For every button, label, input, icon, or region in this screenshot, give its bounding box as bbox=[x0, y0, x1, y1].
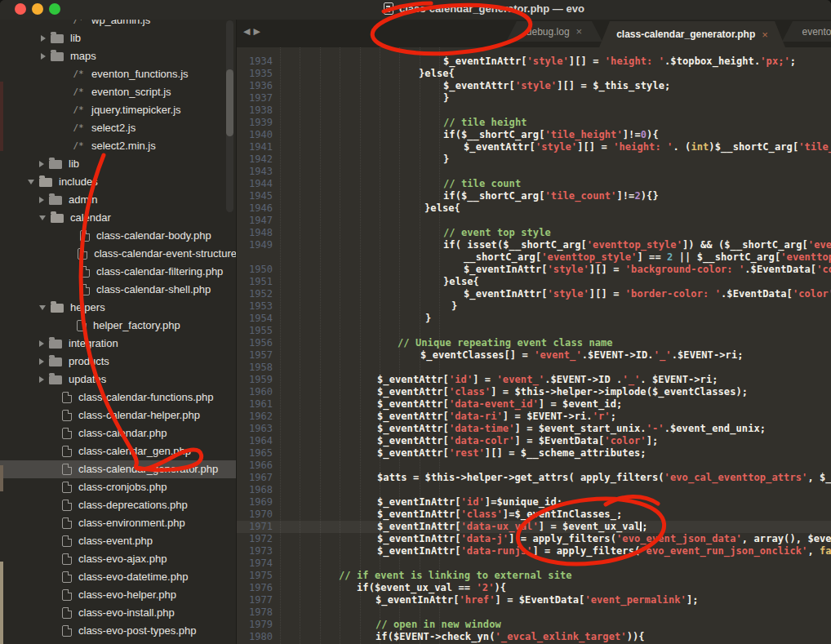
file-tree-item-class-calendar-body-php[interactable]: class-calendar-body.php bbox=[0, 227, 237, 245]
file-tree-item-helpers[interactable]: helpers bbox=[0, 299, 237, 317]
tab-nav-back-icon[interactable]: ◀ bbox=[243, 26, 250, 37]
file-tree-item-class-calendar-filtering-php[interactable]: class-calendar-filtering.php bbox=[0, 263, 237, 281]
code-token: '_' bbox=[654, 349, 672, 361]
file-tree-item-lib[interactable]: lib bbox=[0, 155, 237, 173]
code-line: 1949if( isset($__shortC_arg['eventtop_st… bbox=[237, 239, 831, 251]
file-tree-item-class-calendar-functions-php[interactable]: class-calendar-functions.php bbox=[0, 389, 237, 406]
code-line-text: }else{ bbox=[419, 68, 455, 80]
code-line: 1977$_eventInAttr['href'] = $EventData['… bbox=[237, 594, 831, 606]
maximize-button[interactable] bbox=[49, 3, 60, 15]
file-tree-item-eventon-script-js[interactable]: /*eventon_script.js bbox=[0, 83, 237, 101]
file-tree-item-select2-js[interactable]: /*select2.js bbox=[0, 119, 237, 137]
code-line: 1954} bbox=[237, 313, 831, 325]
file-tree-item-calendar[interactable]: calendar bbox=[0, 209, 237, 227]
code-token: 'colo bbox=[816, 264, 831, 275]
editor-pane[interactable]: 1934$_eventInAttr['style'][] = 'height: … bbox=[237, 47, 831, 644]
folder-open-icon bbox=[51, 304, 64, 313]
code-token: ]; bbox=[687, 594, 699, 606]
file-tree-item-updates[interactable]: updates bbox=[0, 371, 237, 389]
tab-close-icon[interactable]: × bbox=[576, 26, 583, 37]
chevron-down-icon[interactable] bbox=[28, 180, 34, 184]
code-token: 'tile_count' bbox=[545, 190, 617, 202]
file-tree-item-class-cronjobs-php[interactable]: class-cronjobs.php bbox=[0, 478, 237, 496]
minimize-button[interactable] bbox=[32, 3, 43, 15]
code-token: 'id' bbox=[449, 374, 473, 385]
chevron-right-icon[interactable] bbox=[39, 197, 44, 203]
tab-eventon-yearly-view-php[interactable]: eventon-yearly-view.php× bbox=[782, 21, 831, 42]
file-tree-item-class-calendar-shell-php[interactable]: class-calendar-shell.php bbox=[0, 281, 237, 299]
tab-nav-forward-icon[interactable]: ▶ bbox=[253, 26, 260, 37]
line-number: 1979 bbox=[237, 619, 273, 631]
file-tree-item-class-deprecations-php[interactable]: class-deprecations.php bbox=[0, 496, 237, 514]
file-tree-item-eventon-functions-js[interactable]: /*eventon_functions.js bbox=[0, 65, 237, 83]
file-tree-item-class-evo-install-php[interactable]: class-evo-install.php bbox=[0, 604, 237, 622]
code-token: ] = bbox=[473, 374, 496, 385]
file-tree-item-admin[interactable]: admin bbox=[0, 191, 237, 209]
chevron-right-icon[interactable] bbox=[39, 376, 44, 383]
document-icon bbox=[384, 2, 393, 15]
window-title-group: class-calendar_generator.php — evo bbox=[384, 2, 584, 15]
chevron-down-icon[interactable] bbox=[39, 215, 46, 220]
file-tree-item-class-event-php[interactable]: class-event.php bbox=[0, 532, 237, 550]
file-icon bbox=[62, 500, 72, 511]
code-token: $_eventInAttr[ bbox=[377, 545, 461, 557]
code-line: 1973$_eventInAttr['data-runjs'] = apply_… bbox=[237, 545, 831, 557]
line-number: 1962 bbox=[237, 411, 273, 423]
file-tree-item-select2-min-js[interactable]: /*select2.min.js bbox=[0, 137, 237, 155]
tab-debug-log[interactable]: debug.log× bbox=[506, 21, 602, 42]
code-token: ; bbox=[790, 56, 796, 67]
code-token: ] = $EventData[ bbox=[514, 435, 604, 446]
file-tree-item-class-calendar-generator-php[interactable]: class-calendar_generator.php bbox=[0, 460, 237, 478]
file-tree-item-class-environment-php[interactable]: class-environment.php bbox=[0, 514, 237, 532]
code-token: 'class' bbox=[449, 386, 491, 398]
file-icon bbox=[62, 589, 72, 601]
file-tree-item-label: maps bbox=[70, 47, 96, 65]
chevron-right-icon[interactable] bbox=[39, 161, 44, 167]
file-tree-item-label: includes bbox=[59, 173, 98, 191]
code-token: 'border-color: ' bbox=[625, 288, 721, 300]
file-tree-item-integration[interactable]: integration bbox=[0, 335, 237, 353]
file-tree-item-label: class-calendar-shell.php bbox=[96, 281, 211, 299]
file-tree-item-class-evo-post-types-php[interactable]: class-evo-post-types.php bbox=[0, 622, 237, 640]
chevron-right-icon[interactable] bbox=[41, 53, 46, 60]
file-icon bbox=[80, 284, 90, 295]
code-token: 'tile_he bbox=[798, 141, 831, 153]
code-line: 1979// open in new window bbox=[237, 619, 831, 631]
file-tree-item-class-evo-ajax-php[interactable]: class-evo-ajax.php bbox=[0, 550, 237, 568]
file-tree-item-class-evo-datetime-php[interactable]: class-evo-datetime.php bbox=[0, 568, 237, 586]
code-line: 1980if($EVENT->check_yn('_evcal_exlink_t… bbox=[237, 631, 831, 643]
chevron-right-icon[interactable] bbox=[41, 35, 46, 42]
desktop-sliver-mid bbox=[0, 465, 3, 491]
sidebar-scrollbar-thumb[interactable] bbox=[226, 69, 233, 136]
code-token: 'style' bbox=[535, 141, 577, 153]
code-token: 'background-color: ' bbox=[625, 264, 745, 275]
code-token: ; bbox=[611, 411, 616, 422]
code-token: 2 bbox=[634, 190, 640, 202]
code-line-text: $_eventAttr['data-ri'] = $EVENT->ri.'r'; bbox=[377, 411, 616, 423]
file-tree-item-label: select2.min.js bbox=[91, 137, 156, 155]
code-token: 'style' bbox=[548, 288, 589, 300]
tab-class-calendar-generator-php[interactable]: class-calendar_generator.php× bbox=[599, 21, 785, 47]
tab-close-icon[interactable]: × bbox=[762, 29, 768, 40]
file-tree-item-products[interactable]: products bbox=[0, 353, 237, 371]
file-tree-item-lib[interactable]: lib bbox=[0, 29, 237, 47]
file-tree-item-class-calendar-php[interactable]: class-calendar.php bbox=[0, 424, 237, 442]
file-tree-item-maps[interactable]: maps bbox=[0, 47, 237, 65]
file-tree-item-class-evo-helper-php[interactable]: class-evo-helper.php bbox=[0, 586, 237, 604]
file-tree-item-class-calendar-gen-php[interactable]: class-calendar_gen.php bbox=[0, 442, 237, 460]
chevron-down-icon[interactable] bbox=[39, 305, 46, 310]
file-tree-item-includes[interactable]: includes bbox=[0, 173, 237, 191]
chevron-right-icon[interactable] bbox=[39, 340, 44, 347]
file-tree-item-helper-factory-php[interactable]: helper_factory.php bbox=[0, 317, 237, 335]
close-button[interactable] bbox=[15, 3, 26, 15]
code-token: ]=$unique_id; bbox=[485, 496, 562, 508]
code-token: 'event_' bbox=[534, 349, 582, 361]
file-tree-item-class-calendar-helper-php[interactable]: class-calendar-helper.php bbox=[0, 406, 237, 424]
chevron-right-icon[interactable] bbox=[39, 358, 44, 365]
file-tree-item-label: eventon_script.js bbox=[91, 83, 171, 101]
code-line-text: $_eventAttr['id'] = 'event_'.$EVENT->ID … bbox=[377, 374, 718, 386]
code-token: 'data-event_id' bbox=[449, 398, 539, 410]
file-tree-item-jquery-timepicker-js[interactable]: /*jquery.timepicker.js bbox=[0, 101, 237, 119]
file-tree-item-class-calendar-event-structure[interactable]: class-calendar-event-structure bbox=[0, 245, 237, 263]
code-line-text: }else{ bbox=[424, 202, 460, 215]
